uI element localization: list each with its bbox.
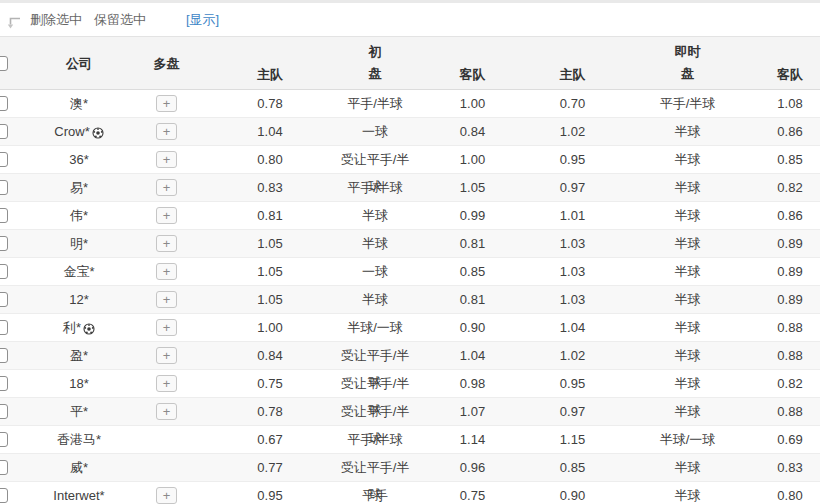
expand-button[interactable]: + — [156, 319, 177, 336]
table-row: 36* + 0.80 受让平手/半球 1.00 0.95 半球 0.85 — [0, 146, 820, 174]
company-name: 12* — [69, 286, 89, 313]
row-checkbox[interactable] — [0, 320, 8, 335]
initial-home-odds: 0.81 — [205, 202, 335, 229]
row-checkbox[interactable] — [0, 124, 8, 139]
live-away-odds: 0.69 — [760, 426, 820, 453]
company-cell: 18* — [30, 370, 128, 397]
multi-cell: + — [128, 202, 205, 229]
live-home-odds: 0.95 — [530, 146, 615, 173]
expand-button[interactable]: + — [156, 179, 177, 196]
header-initial-away: 客队 — [415, 37, 530, 89]
expand-button[interactable]: + — [156, 123, 177, 140]
company-name: 明* — [70, 230, 88, 257]
company-cell: Crow* — [30, 118, 128, 145]
initial-handicap: 受让平手/半球 — [335, 398, 415, 425]
row-checkbox-cell — [0, 454, 30, 481]
soccer-ball-icon — [83, 323, 95, 335]
table-row: 利* + 1.00 半球/一球 0.90 1.04 半球 0.88 — [0, 314, 820, 342]
initial-handicap: 半球 — [335, 202, 415, 229]
multi-cell: + — [128, 342, 205, 369]
live-away-odds: 0.82 — [760, 370, 820, 397]
initial-home-odds: 1.00 — [205, 314, 335, 341]
table-row: 盈* + 0.84 受让平手/半球 1.04 1.02 半球 0.88 — [0, 342, 820, 370]
row-checkbox[interactable] — [0, 96, 8, 111]
row-checkbox[interactable] — [0, 460, 8, 475]
initial-away-odds: 1.05 — [415, 174, 530, 201]
live-handicap: 半球 — [615, 118, 760, 145]
multi-cell: + — [128, 286, 205, 313]
company-name: 利* — [63, 314, 81, 341]
expand-button[interactable]: + — [156, 151, 177, 168]
live-handicap: 半球/一球 — [615, 426, 760, 453]
row-checkbox[interactable] — [0, 180, 8, 195]
live-away-odds: 0.88 — [760, 398, 820, 425]
live-away-odds: 0.83 — [760, 454, 820, 481]
row-checkbox[interactable] — [0, 432, 8, 447]
row-checkbox[interactable] — [0, 152, 8, 167]
multi-cell: + — [128, 454, 205, 481]
header-company: 公司 — [30, 37, 128, 89]
live-handicap: 半球 — [615, 230, 760, 257]
expand-button[interactable]: + — [156, 375, 177, 392]
company-cell: 明* — [30, 230, 128, 257]
table-header: 公司 多盘 主队 初 盘 客队 主队 即时 盘 客队 — [0, 37, 820, 90]
company-cell: 平* — [30, 398, 128, 425]
row-checkbox-cell — [0, 314, 30, 341]
expand-button[interactable]: + — [156, 235, 177, 252]
company-name: 伟* — [70, 202, 88, 229]
initial-handicap: 半球 — [335, 286, 415, 313]
company-name: Interwet* — [53, 482, 104, 504]
row-checkbox[interactable] — [0, 236, 8, 251]
company-cell: 香港马* — [30, 426, 128, 453]
initial-away-odds: 1.04 — [415, 342, 530, 369]
initial-home-odds: 1.05 — [205, 258, 335, 285]
keep-selected-button[interactable]: 保留选中 — [94, 11, 146, 29]
expand-button[interactable]: + — [156, 95, 177, 112]
expand-button[interactable]: + — [156, 347, 177, 364]
live-handicap: 半球 — [615, 454, 760, 481]
initial-away-odds: 0.90 — [415, 314, 530, 341]
multi-cell: + — [128, 370, 205, 397]
live-handicap: 半球 — [615, 370, 760, 397]
select-all-checkbox[interactable] — [0, 56, 8, 71]
delete-selected-button[interactable]: 删除选中 — [30, 11, 82, 29]
row-checkbox-cell — [0, 370, 30, 397]
row-checkbox-cell — [0, 286, 30, 313]
row-checkbox[interactable] — [0, 264, 8, 279]
initial-home-odds: 0.75 — [205, 370, 335, 397]
row-checkbox[interactable] — [0, 404, 8, 419]
row-checkbox[interactable] — [0, 208, 8, 223]
live-handicap: 半球 — [615, 398, 760, 425]
live-home-odds: 0.70 — [530, 90, 615, 117]
apply-below-arrow-icon — [5, 14, 21, 30]
company-name: 澳* — [70, 90, 88, 117]
row-checkbox[interactable] — [0, 292, 8, 307]
company-cell: 金宝* — [30, 258, 128, 285]
initial-handicap: 半球/一球 — [335, 314, 415, 341]
row-checkbox[interactable] — [0, 488, 8, 503]
live-home-odds: 1.01 — [530, 202, 615, 229]
initial-away-odds: 1.14 — [415, 426, 530, 453]
row-checkbox[interactable] — [0, 348, 8, 363]
row-checkbox-cell — [0, 342, 30, 369]
multi-cell: + — [128, 482, 205, 504]
expand-button[interactable]: + — [156, 207, 177, 224]
live-home-odds: 1.03 — [530, 286, 615, 313]
live-away-odds: 1.08 — [760, 90, 820, 117]
company-cell: 易* — [30, 174, 128, 201]
show-link[interactable]: [显示] — [186, 11, 219, 29]
company-cell: 12* — [30, 286, 128, 313]
live-home-odds: 1.02 — [530, 118, 615, 145]
initial-home-odds: 1.05 — [205, 286, 335, 313]
row-checkbox-cell — [0, 426, 30, 453]
expand-button[interactable]: + — [156, 263, 177, 280]
expand-button[interactable]: + — [156, 403, 177, 420]
initial-home-odds: 0.84 — [205, 342, 335, 369]
expand-button[interactable]: + — [156, 291, 177, 308]
expand-button[interactable]: + — [156, 487, 177, 504]
multi-cell: + — [128, 426, 205, 453]
row-checkbox[interactable] — [0, 376, 8, 391]
multi-cell: + — [128, 398, 205, 425]
live-away-odds: 0.89 — [760, 258, 820, 285]
live-handicap: 半球 — [615, 146, 760, 173]
